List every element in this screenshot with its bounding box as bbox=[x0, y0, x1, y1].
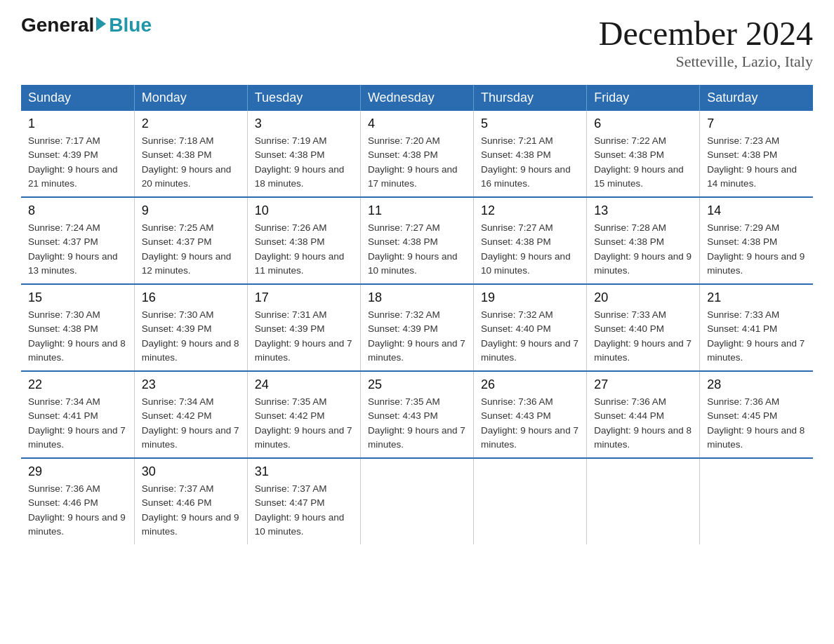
day-number: 13 bbox=[594, 203, 692, 218]
calendar-cell bbox=[700, 458, 813, 544]
calendar-header-row: SundayMondayTuesdayWednesdayThursdayFrid… bbox=[21, 85, 813, 111]
day-number: 9 bbox=[142, 203, 240, 218]
day-info: Sunrise: 7:21 AMSunset: 4:38 PMDaylight:… bbox=[481, 134, 579, 191]
day-number: 6 bbox=[594, 116, 692, 131]
calendar-cell: 22Sunrise: 7:34 AMSunset: 4:41 PMDayligh… bbox=[21, 371, 134, 458]
column-header-wednesday: Wednesday bbox=[360, 85, 473, 111]
day-info: Sunrise: 7:36 AMSunset: 4:44 PMDaylight:… bbox=[594, 395, 692, 452]
day-info: Sunrise: 7:26 AMSunset: 4:38 PMDaylight:… bbox=[255, 221, 353, 278]
calendar-cell: 25Sunrise: 7:35 AMSunset: 4:43 PMDayligh… bbox=[360, 371, 473, 458]
calendar-cell: 29Sunrise: 7:36 AMSunset: 4:46 PMDayligh… bbox=[21, 458, 134, 544]
calendar-cell: 20Sunrise: 7:33 AMSunset: 4:40 PMDayligh… bbox=[587, 284, 700, 371]
day-info: Sunrise: 7:32 AMSunset: 4:40 PMDaylight:… bbox=[481, 308, 579, 365]
day-info: Sunrise: 7:31 AMSunset: 4:39 PMDaylight:… bbox=[255, 308, 353, 365]
calendar-cell: 5Sunrise: 7:21 AMSunset: 4:38 PMDaylight… bbox=[474, 111, 587, 197]
logo: General Blue bbox=[21, 14, 152, 36]
calendar-cell: 17Sunrise: 7:31 AMSunset: 4:39 PMDayligh… bbox=[247, 284, 360, 371]
calendar-cell: 10Sunrise: 7:26 AMSunset: 4:38 PMDayligh… bbox=[247, 197, 360, 284]
day-number: 31 bbox=[255, 464, 353, 479]
day-number: 24 bbox=[255, 377, 353, 392]
calendar-cell: 1Sunrise: 7:17 AMSunset: 4:39 PMDaylight… bbox=[21, 111, 134, 197]
calendar-cell: 13Sunrise: 7:28 AMSunset: 4:38 PMDayligh… bbox=[587, 197, 700, 284]
day-number: 4 bbox=[368, 116, 466, 131]
day-number: 20 bbox=[594, 290, 692, 305]
day-info: Sunrise: 7:28 AMSunset: 4:38 PMDaylight:… bbox=[594, 221, 692, 278]
day-number: 26 bbox=[481, 377, 579, 392]
calendar-cell bbox=[474, 458, 587, 544]
day-number: 17 bbox=[255, 290, 353, 305]
calendar-cell: 9Sunrise: 7:25 AMSunset: 4:37 PMDaylight… bbox=[134, 197, 247, 284]
day-number: 30 bbox=[142, 464, 240, 479]
day-info: Sunrise: 7:23 AMSunset: 4:38 PMDaylight:… bbox=[707, 134, 806, 191]
logo-arrow-icon bbox=[96, 17, 106, 31]
title-section: December 2024 Setteville, Lazio, Italy bbox=[599, 14, 813, 71]
calendar-cell bbox=[587, 458, 700, 544]
day-number: 23 bbox=[142, 377, 240, 392]
column-header-thursday: Thursday bbox=[474, 85, 587, 111]
day-number: 16 bbox=[142, 290, 240, 305]
day-number: 1 bbox=[28, 116, 127, 131]
calendar-cell: 6Sunrise: 7:22 AMSunset: 4:38 PMDaylight… bbox=[587, 111, 700, 197]
column-header-tuesday: Tuesday bbox=[247, 85, 360, 111]
day-info: Sunrise: 7:36 AMSunset: 4:43 PMDaylight:… bbox=[481, 395, 579, 452]
calendar-cell: 11Sunrise: 7:27 AMSunset: 4:38 PMDayligh… bbox=[360, 197, 473, 284]
calendar-cell bbox=[360, 458, 473, 544]
month-title: December 2024 bbox=[599, 14, 813, 53]
day-number: 27 bbox=[594, 377, 692, 392]
day-number: 12 bbox=[481, 203, 579, 218]
day-number: 5 bbox=[481, 116, 579, 131]
day-info: Sunrise: 7:27 AMSunset: 4:38 PMDaylight:… bbox=[368, 221, 466, 278]
calendar-cell: 14Sunrise: 7:29 AMSunset: 4:38 PMDayligh… bbox=[700, 197, 813, 284]
day-info: Sunrise: 7:25 AMSunset: 4:37 PMDaylight:… bbox=[142, 221, 240, 278]
calendar-cell: 3Sunrise: 7:19 AMSunset: 4:38 PMDaylight… bbox=[247, 111, 360, 197]
day-info: Sunrise: 7:22 AMSunset: 4:38 PMDaylight:… bbox=[594, 134, 692, 191]
logo-general-text: General bbox=[21, 14, 94, 36]
day-info: Sunrise: 7:20 AMSunset: 4:38 PMDaylight:… bbox=[368, 134, 466, 191]
calendar-week-row: 22Sunrise: 7:34 AMSunset: 4:41 PMDayligh… bbox=[21, 371, 813, 458]
day-number: 19 bbox=[481, 290, 579, 305]
calendar-week-row: 1Sunrise: 7:17 AMSunset: 4:39 PMDaylight… bbox=[21, 111, 813, 197]
calendar-cell: 31Sunrise: 7:37 AMSunset: 4:47 PMDayligh… bbox=[247, 458, 360, 544]
calendar-cell: 28Sunrise: 7:36 AMSunset: 4:45 PMDayligh… bbox=[700, 371, 813, 458]
logo-blue-text: Blue bbox=[109, 14, 152, 36]
day-number: 2 bbox=[142, 116, 240, 131]
day-info: Sunrise: 7:37 AMSunset: 4:46 PMDaylight:… bbox=[142, 482, 240, 539]
day-info: Sunrise: 7:30 AMSunset: 4:39 PMDaylight:… bbox=[142, 308, 240, 365]
day-number: 28 bbox=[707, 377, 806, 392]
day-number: 18 bbox=[368, 290, 466, 305]
calendar-cell: 18Sunrise: 7:32 AMSunset: 4:39 PMDayligh… bbox=[360, 284, 473, 371]
column-header-monday: Monday bbox=[134, 85, 247, 111]
day-info: Sunrise: 7:35 AMSunset: 4:42 PMDaylight:… bbox=[255, 395, 353, 452]
calendar-cell: 12Sunrise: 7:27 AMSunset: 4:38 PMDayligh… bbox=[474, 197, 587, 284]
calendar-cell: 21Sunrise: 7:33 AMSunset: 4:41 PMDayligh… bbox=[700, 284, 813, 371]
calendar-week-row: 29Sunrise: 7:36 AMSunset: 4:46 PMDayligh… bbox=[21, 458, 813, 544]
calendar-cell: 7Sunrise: 7:23 AMSunset: 4:38 PMDaylight… bbox=[700, 111, 813, 197]
day-info: Sunrise: 7:33 AMSunset: 4:40 PMDaylight:… bbox=[594, 308, 692, 365]
day-info: Sunrise: 7:36 AMSunset: 4:46 PMDaylight:… bbox=[28, 482, 127, 539]
column-header-friday: Friday bbox=[587, 85, 700, 111]
day-number: 8 bbox=[28, 203, 127, 218]
day-info: Sunrise: 7:18 AMSunset: 4:38 PMDaylight:… bbox=[142, 134, 240, 191]
day-info: Sunrise: 7:34 AMSunset: 4:42 PMDaylight:… bbox=[142, 395, 240, 452]
day-info: Sunrise: 7:34 AMSunset: 4:41 PMDaylight:… bbox=[28, 395, 127, 452]
calendar-cell: 16Sunrise: 7:30 AMSunset: 4:39 PMDayligh… bbox=[134, 284, 247, 371]
day-number: 29 bbox=[28, 464, 127, 479]
calendar-cell: 26Sunrise: 7:36 AMSunset: 4:43 PMDayligh… bbox=[474, 371, 587, 458]
calendar-cell: 8Sunrise: 7:24 AMSunset: 4:37 PMDaylight… bbox=[21, 197, 134, 284]
location-subtitle: Setteville, Lazio, Italy bbox=[599, 53, 813, 71]
calendar-cell: 2Sunrise: 7:18 AMSunset: 4:38 PMDaylight… bbox=[134, 111, 247, 197]
calendar-cell: 23Sunrise: 7:34 AMSunset: 4:42 PMDayligh… bbox=[134, 371, 247, 458]
day-number: 14 bbox=[707, 203, 806, 218]
calendar-cell: 15Sunrise: 7:30 AMSunset: 4:38 PMDayligh… bbox=[21, 284, 134, 371]
page-header: General Blue December 2024 Setteville, L… bbox=[21, 14, 813, 71]
day-info: Sunrise: 7:24 AMSunset: 4:37 PMDaylight:… bbox=[28, 221, 127, 278]
calendar-cell: 24Sunrise: 7:35 AMSunset: 4:42 PMDayligh… bbox=[247, 371, 360, 458]
calendar-table: SundayMondayTuesdayWednesdayThursdayFrid… bbox=[21, 85, 813, 544]
calendar-cell: 19Sunrise: 7:32 AMSunset: 4:40 PMDayligh… bbox=[474, 284, 587, 371]
day-number: 10 bbox=[255, 203, 353, 218]
calendar-week-row: 8Sunrise: 7:24 AMSunset: 4:37 PMDaylight… bbox=[21, 197, 813, 284]
day-info: Sunrise: 7:17 AMSunset: 4:39 PMDaylight:… bbox=[28, 134, 127, 191]
day-number: 25 bbox=[368, 377, 466, 392]
day-info: Sunrise: 7:36 AMSunset: 4:45 PMDaylight:… bbox=[707, 395, 806, 452]
day-info: Sunrise: 7:27 AMSunset: 4:38 PMDaylight:… bbox=[481, 221, 579, 278]
